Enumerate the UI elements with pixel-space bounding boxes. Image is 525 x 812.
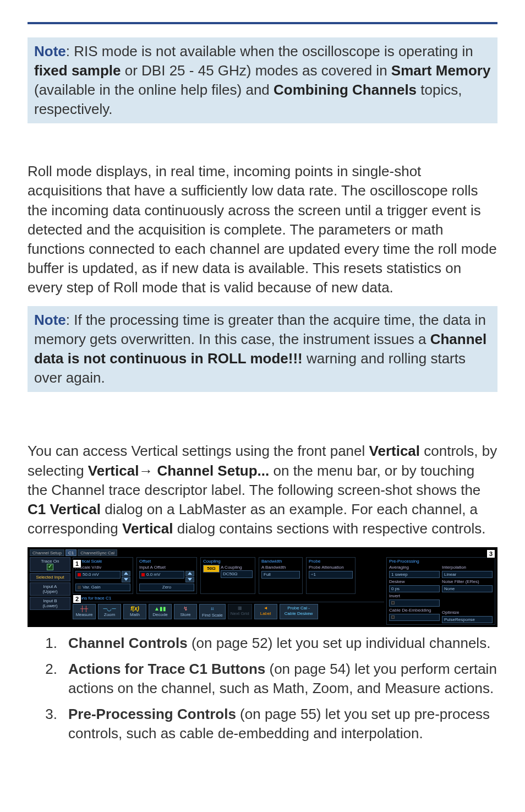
vert-b4: Vertical bbox=[122, 520, 173, 537]
find-scale-label: Find Scale bbox=[202, 613, 223, 618]
a-offset-value-text: 0.0 mV bbox=[146, 572, 160, 577]
panel-bandwidth: Bandwidth A Bandwidth Full bbox=[259, 557, 303, 594]
invert-toggle[interactable] bbox=[389, 600, 440, 607]
var-gain-label: Var. Gain bbox=[83, 585, 101, 590]
callout-1: 1 bbox=[73, 559, 81, 568]
find-scale-button[interactable]: ⌗Find Scale bbox=[199, 604, 226, 619]
vert-b3: C1 Vertical bbox=[28, 501, 101, 517]
input-b-lower-cell[interactable]: Input B (Lower) bbox=[30, 597, 70, 610]
list-number: 2. bbox=[44, 660, 57, 698]
tab-c1[interactable]: C1 bbox=[65, 549, 76, 556]
a-scale-value[interactable]: 50.0 mV bbox=[75, 571, 121, 579]
a-bandwidth-value[interactable]: Full bbox=[261, 571, 300, 579]
pre-processing-title: Pre-Processing bbox=[389, 559, 493, 564]
a-scale-down-button[interactable] bbox=[122, 577, 130, 582]
a-scale-label: A Scale V/div bbox=[75, 565, 130, 570]
left-controls-column: Trace On Selected Input Input A (Upper) … bbox=[30, 557, 70, 625]
dialog-tabbar: Channel Setup C1 ChannelSync Cal bbox=[30, 549, 495, 556]
list-number: 3. bbox=[44, 705, 57, 743]
note1-text-c: (available in the online help files) and bbox=[34, 81, 274, 98]
label-icon: ◄ bbox=[264, 606, 268, 611]
a-bandwidth-label: A Bandwidth bbox=[261, 565, 300, 570]
header-rule bbox=[28, 22, 497, 24]
panel-probe: Probe Probe Attenuation ÷1 bbox=[306, 557, 356, 594]
list-item-2-bold: Actions for Trace C1 Buttons bbox=[68, 661, 265, 677]
fifty-ohm-indicator-icon: 50Ω bbox=[203, 565, 220, 573]
var-gain-toggle[interactable]: Var. Gain bbox=[75, 584, 130, 591]
list-item: 2. Actions for Trace C1 Buttons (on page… bbox=[44, 660, 497, 698]
bandwidth-title: Bandwidth bbox=[261, 559, 300, 564]
vert-b1: Vertical bbox=[369, 443, 420, 459]
list-item-3-bold: Pre-Processing Controls bbox=[68, 706, 236, 722]
input-a-upper-cell[interactable]: Input A (Upper) bbox=[30, 582, 70, 596]
panel-coupling: Coupling 50Ω A Coupling DC50Ω bbox=[200, 557, 255, 594]
panel-vertical-scale: Vertical Scale A Scale V/div 50.0 mV Var… bbox=[73, 557, 133, 594]
zoom-icon: ─◡─ bbox=[103, 606, 116, 612]
chevron-up-icon bbox=[188, 572, 192, 575]
noise-filter-label: Noise Filter (ERes) bbox=[442, 579, 493, 584]
optimize-label: Optimize bbox=[442, 610, 493, 615]
store-icon: ↯ bbox=[183, 606, 188, 612]
note1-bold-b: Smart Memory bbox=[391, 62, 491, 79]
a-coupling-value[interactable]: DC50Ω bbox=[221, 570, 253, 578]
trace-on-checkbox[interactable] bbox=[47, 564, 53, 570]
interpolation-value[interactable]: Linear bbox=[442, 571, 493, 578]
decode-button[interactable]: ▲▮▮Decode bbox=[149, 604, 172, 619]
optimize-value[interactable]: PulseResponse bbox=[442, 616, 493, 623]
probe-cal-cable-deskew-button[interactable]: Probe Cal -Cable Deskew bbox=[280, 604, 318, 619]
document-page: Note: RIS mode is not available when the… bbox=[0, 0, 525, 771]
panel-pre-processing: Pre-Processing Averaging 1 sweep Deskew … bbox=[386, 557, 495, 625]
cable-deskew-label: Cable Deskew bbox=[285, 611, 313, 616]
actions-row: ┼┼Measure ─◡─Zoom f(x)Math ▲▮▮Decode ↯St… bbox=[73, 602, 384, 619]
selected-input-label: Selected Input bbox=[30, 573, 70, 581]
a-offset-down-button[interactable] bbox=[185, 577, 194, 582]
math-button[interactable]: f(x)Math bbox=[123, 604, 146, 619]
actions-title: Actions for trace C1 bbox=[73, 596, 384, 601]
note-label: Note bbox=[34, 312, 66, 328]
chevron-up-icon bbox=[124, 572, 128, 575]
a-coupling-label: A Coupling bbox=[221, 565, 253, 570]
note1-bold-a: fixed sample bbox=[34, 62, 121, 79]
vert-tail: dialog contains sections with respective… bbox=[173, 520, 486, 537]
trace-on-cell[interactable]: Trace On bbox=[30, 557, 70, 572]
a-offset-value[interactable]: 0.0 mV bbox=[139, 571, 184, 579]
zoom-label: Zoom bbox=[104, 612, 115, 617]
measure-button[interactable]: ┼┼Measure bbox=[73, 604, 96, 619]
averaging-value[interactable]: 1 sweep bbox=[389, 571, 440, 578]
a-offset-label: Input A Offset bbox=[139, 565, 194, 570]
a-scale-up-button[interactable] bbox=[122, 571, 130, 576]
probe-atten-value[interactable]: ÷1 bbox=[309, 571, 353, 579]
checkbox-off-icon bbox=[391, 615, 395, 619]
input-a-upper: (Upper) bbox=[32, 589, 68, 594]
next-grid-button[interactable]: ▦Next Grid bbox=[228, 604, 252, 619]
note-box-roll-warning: Note: If the processing time is greater … bbox=[28, 306, 497, 392]
a-offset-up-button[interactable] bbox=[185, 571, 194, 576]
store-button[interactable]: ↯Store bbox=[174, 604, 197, 619]
invert-label: Invert bbox=[389, 593, 440, 598]
note1-bold-c: Combining Channels bbox=[274, 81, 417, 98]
coupling-title: Coupling bbox=[203, 559, 253, 564]
measure-icon: ┼┼ bbox=[80, 606, 88, 612]
tab-channelsync-cal[interactable]: ChannelSync Cal bbox=[78, 549, 117, 556]
chevron-down-icon bbox=[188, 578, 192, 581]
averaging-label: Averaging bbox=[389, 565, 440, 570]
panel-offset: Offset Input A Offset 0.0 mV Zero bbox=[136, 557, 197, 594]
active-indicator-icon bbox=[78, 573, 81, 576]
zoom-button[interactable]: ─◡─Zoom bbox=[98, 604, 121, 619]
chevron-down-icon bbox=[124, 578, 128, 581]
list-number: 1. bbox=[44, 634, 57, 653]
deskew-label: Deskew bbox=[389, 579, 440, 584]
a-offset-stepper bbox=[185, 571, 194, 582]
vertical-scale-title: Vertical Scale bbox=[75, 559, 130, 564]
spacer bbox=[442, 593, 493, 601]
deskew-value[interactable]: 0 ps bbox=[389, 585, 440, 592]
math-label: Math bbox=[130, 612, 140, 617]
zero-button[interactable]: Zero bbox=[139, 584, 194, 591]
vert-b2: Vertical→ Channel Setup... bbox=[88, 462, 269, 479]
tab-channel-setup[interactable]: Channel Setup bbox=[30, 549, 64, 556]
label-button[interactable]: ◄Label bbox=[254, 604, 277, 619]
cable-de-embedding-toggle[interactable] bbox=[389, 614, 440, 621]
noise-filter-value[interactable]: None bbox=[442, 585, 493, 592]
vert-pre: You can access Vertical settings using t… bbox=[28, 443, 369, 459]
interpolation-label: Interpolation bbox=[442, 565, 493, 570]
